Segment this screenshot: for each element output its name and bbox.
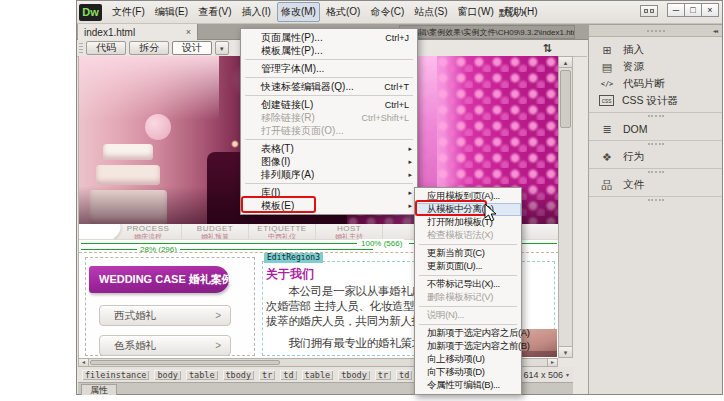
design-view-button[interactable]: 设计 — [172, 41, 212, 55]
menu-commands[interactable]: 命令(C) — [366, 2, 408, 22]
scroll-up-icon[interactable]: ▴ — [559, 57, 572, 68]
dreamweaver-logo[interactable]: Dw — [79, 4, 102, 21]
menu-separator — [419, 306, 517, 307]
menu-window[interactable]: 窗口(W) — [454, 2, 498, 22]
menu-item-remove-link: 移除链接(R) Ctrl+Shift+L — [241, 111, 417, 124]
menu-item-manage-fonts[interactable]: 管理字体(M)... — [241, 62, 417, 75]
panel-tab-assets[interactable]: ▤ 资源 — [589, 58, 722, 75]
menu-file[interactable]: 文件(F) — [108, 2, 149, 22]
menu-item-move-entry-up[interactable]: 向上移动项(U) — [415, 353, 521, 366]
menu-item-export-without-markup[interactable]: 不带标记导出(X)... — [415, 278, 521, 291]
menu-format[interactable]: 格式(O) — [322, 2, 364, 22]
scroll-right-icon[interactable]: ▸ — [547, 359, 557, 366]
document-tab-label: index1.html — [84, 27, 135, 38]
nav-item-etiquette[interactable]: ETIQUETTE 中西礼仪 — [249, 224, 316, 240]
table-width-label[interactable]: 100% (566) — [359, 239, 404, 248]
vertical-scrollbar[interactable]: ▴ ▾ — [558, 56, 573, 358]
properties-tab[interactable]: 属性 — [81, 384, 117, 395]
nav-item-process[interactable]: PROCESS 婚庆流程 — [115, 224, 182, 240]
panel-tab-css-designer[interactable]: css CSS 设计器 — [589, 92, 722, 109]
link-color-wedding[interactable]: 色系婚礼 > — [99, 335, 231, 356]
vertical-scroll-thumb[interactable] — [560, 70, 571, 128]
tag-selector-item[interactable]: tbody — [223, 370, 255, 380]
nav-item-host[interactable]: HOST 婚礼主持 — [316, 224, 383, 240]
column-width-line[interactable] — [81, 249, 373, 250]
wedding-case-ribbon: WEDDING CASE 婚礼案例 — [89, 266, 229, 293]
code-view-button[interactable]: 代码 — [86, 41, 126, 55]
menu-item-image[interactable]: 图像(I) ▸ — [241, 155, 417, 168]
menu-modify[interactable]: 修改(M) — [277, 2, 320, 22]
titlebar-extra-icon[interactable] — [640, 5, 658, 17]
submenu-arrow-icon: ▸ — [408, 171, 412, 179]
close-button[interactable]: × — [701, 3, 719, 17]
menu-item-remove-template-markup: 删除模板标记(V) — [415, 291, 521, 304]
document-path: 板编辑\案例效果\实例文件\CH09\9.3.2\index1.html — [399, 25, 575, 39]
submenu-arrow-icon: ▸ — [408, 189, 412, 197]
menu-item-open-attached-template[interactable]: 打开附加模板(T) — [415, 216, 521, 229]
tag-selector-item[interactable]: td — [396, 370, 412, 380]
tag-selector-item[interactable]: td — [280, 370, 296, 380]
menu-bar: Dw 文件(F) 编辑(E) 查看(V) 插入(I) 修改(M) 格式(O) 命… — [77, 1, 722, 24]
table-width-line[interactable] — [81, 243, 357, 244]
chevron-down-icon: ▾ — [522, 9, 526, 17]
menu-item-new-entry-before-selection[interactable]: 加新项于选定内容之前(B) — [415, 340, 521, 353]
menu-separator — [419, 244, 517, 245]
collapse-panels-icon[interactable]: ◂◂ — [713, 27, 717, 34]
link-western-wedding[interactable]: 西式婚礼 > — [99, 305, 231, 326]
tag-selector-item[interactable]: table — [302, 370, 334, 380]
tag-selector-item[interactable]: table — [186, 370, 218, 380]
menu-item-check-template-syntax: 检查模板语法(X) — [415, 229, 521, 242]
menu-item-quick-tag-editor[interactable]: 快速标签编辑器(Q)... Ctrl+T — [241, 80, 417, 93]
panel-tab-files[interactable]: 品 文件 — [589, 176, 722, 193]
menu-separator — [245, 139, 413, 140]
design-view-dropdown-icon[interactable]: ▾ — [215, 41, 229, 55]
file-management-icon[interactable]: ⇅ — [543, 42, 552, 55]
document-tab[interactable]: index1.html × — [78, 24, 198, 40]
panel-tab-snippets[interactable]: </> 代码片断 — [589, 75, 722, 92]
close-icon[interactable]: × — [186, 27, 191, 37]
menu-item-move-entry-down[interactable]: 向下移动项(D) — [415, 366, 521, 379]
nav-item-budget[interactable]: BUDGET 婚礼预算 — [182, 224, 249, 240]
tag-selector-item[interactable]: tbody — [338, 370, 370, 380]
dom-icon: ≣ — [599, 123, 615, 135]
insert-icon: ⊞ — [599, 44, 615, 56]
menu-item-table[interactable]: 表格(T) ▸ — [241, 142, 417, 155]
dock-grip — [647, 30, 665, 32]
scroll-down-icon[interactable]: ▾ — [559, 346, 572, 357]
tag-selector-item[interactable]: body — [154, 370, 180, 380]
panel-tab-insert[interactable]: ⊞ 插入 — [589, 41, 722, 58]
menu-item-new-entry-after-selection[interactable]: 加新项于选定内容之后(A) — [415, 327, 521, 340]
tag-selector-item[interactable]: tr — [375, 370, 391, 380]
menu-separator — [245, 183, 413, 184]
horizontal-scroll-thumb[interactable] — [90, 360, 280, 365]
panel-dock: ◂◂ ⊞ 插入 ▤ 资源 </> 代码片断 css CSS 设计器 ≣ — [588, 25, 722, 394]
workspace-switcher[interactable]: 默认 ▾ — [498, 6, 526, 20]
editable-region-tag[interactable]: EditRegion3 — [264, 253, 323, 263]
menu-item-template-properties[interactable]: 模板属性(P)... — [241, 44, 417, 57]
toolbar-grip — [79, 43, 83, 54]
menu-item-make-link[interactable]: 创建链接(L) Ctrl+L — [241, 98, 417, 111]
menu-site[interactable]: 站点(S) — [410, 2, 451, 22]
panel-tab-behaviors[interactable]: ❖ 行为 — [589, 148, 722, 165]
minimize-button[interactable]: ─ — [667, 3, 685, 17]
split-view-button[interactable]: 拆分 — [129, 41, 169, 55]
panel-tab-dom[interactable]: ≣ DOM — [589, 120, 722, 137]
menu-item-update-current-page[interactable]: 更新当前页(C) — [415, 247, 521, 260]
tag-selector-item[interactable]: fileinstance — [82, 370, 149, 380]
link-arrow-icon: > — [215, 310, 221, 321]
menu-edit[interactable]: 编辑(E) — [151, 2, 192, 22]
dock-separator — [589, 112, 722, 118]
mouse-cursor — [484, 203, 498, 223]
menu-item-make-attribute-editable[interactable]: 令属性可编辑(B)... — [415, 379, 521, 392]
menu-item-page-properties[interactable]: 页面属性(P)... Ctrl+J — [241, 31, 417, 44]
menu-view[interactable]: 查看(V) — [194, 2, 235, 22]
maximize-button[interactable]: □ — [684, 3, 702, 17]
menu-item-update-pages[interactable]: 更新页面(U)... — [415, 260, 521, 273]
annotation-box-detach — [415, 200, 487, 216]
menu-item-arrange[interactable]: 排列顺序(A) ▸ — [241, 168, 417, 181]
tag-selector-item[interactable]: tr — [259, 370, 275, 380]
window-size-indicator[interactable]: 614 x 506 ▾ — [523, 370, 569, 380]
menu-insert[interactable]: 插入(I) — [237, 2, 274, 22]
scroll-left-icon[interactable]: ◂ — [79, 359, 89, 366]
dock-header[interactable]: ◂◂ — [589, 25, 722, 37]
